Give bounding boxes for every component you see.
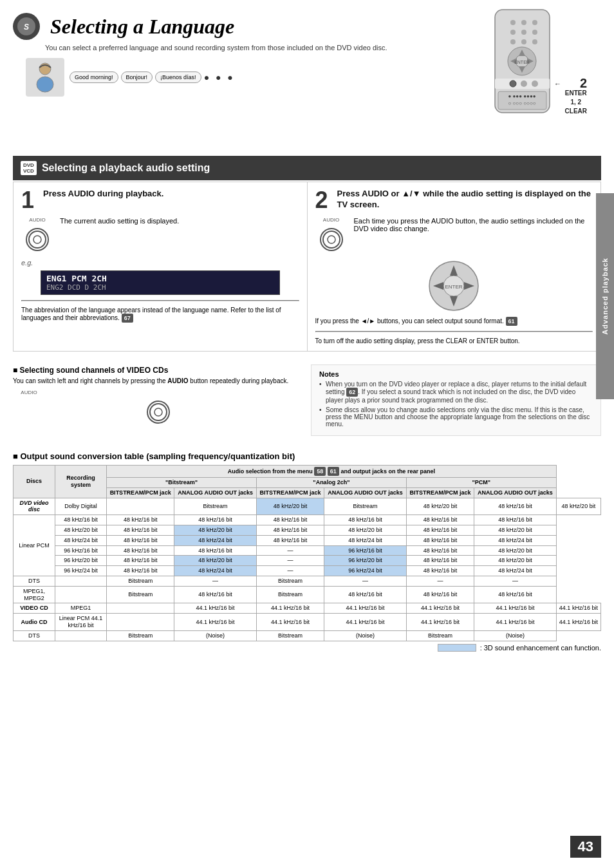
data-cell: — [256,566,324,576]
group-cell: DVD video disc [14,498,55,515]
type-cell: Dolby Digital [55,498,107,515]
svg-point-31 [33,236,41,243]
group-cell: Audio CD [14,614,55,631]
type-cell: MPEG1 [55,603,107,614]
sidebar: Advanced playback [596,193,614,399]
type-cell: Linear PCM [14,515,55,576]
data-cell: — [474,576,557,586]
data-cell: 48 kHz/16 bit [406,515,474,525]
svg-point-9 [532,20,537,25]
data-cell: 48 kHz/16 bit [174,545,257,556]
data-cell: 48 kHz/16 bit [107,535,174,545]
data-cell: Bitstream [107,630,174,641]
step1-ref: 67 [122,314,133,323]
data-cell: 44.1 kHz/16 bit [556,614,600,631]
note-1: When you turn on the DVD video player or… [319,381,593,404]
data-cell: 44.1 kHz/16 bit [474,603,557,614]
data-cell: 48 kHz/20 bit [474,525,557,535]
data-cell: 44.1 kHz/16 bit [256,614,324,631]
step2-title: Press AUDIO or ▲/▼ while the audio setti… [337,189,593,211]
data-cell: 48 kHz/20 bit [174,556,257,566]
table-row: Audio CDLinear PCM 44.1 kHz/16 bit44.1 k… [14,614,601,631]
table-row: MPEG1, MPEG2Bitstream48 kHz/16 bitBitstr… [14,586,601,603]
svg-point-8 [521,20,526,25]
data-cell: Bitstream [324,498,407,515]
data-cell: 44.1 kHz/16 bit [474,614,557,631]
svg-point-41 [150,404,167,420]
header-menu: Audio selection from the menu 58 61 and … [107,466,557,478]
page-title: Selecting a Language [50,15,234,39]
data-cell: 48 kHz/16 bit [174,515,257,525]
data-cell: 48 kHz/20 bit [174,525,257,535]
sub-cell: 48 kHz/24 bit [55,535,107,545]
data-cell: — [256,545,324,556]
svg-point-11 [521,30,526,35]
speech-bubbles: Good morning! Bonjour! ¡Buenos días! ● ●… [70,71,235,83]
data-cell: Bitstream [174,498,257,515]
table-row: DTSBitstream(Noise)Bitstream(Noise)Bitst… [14,630,601,641]
svg-point-42 [154,408,162,416]
audio-button-icon-2 [320,228,343,251]
data-cell: (Noise) [324,630,407,641]
table-section: Output sound conversion table (sampling … [13,451,601,652]
sub-col2: ANALOG AUDIO OUT jacks [174,487,257,498]
data-cell: 48 kHz/16 bit [174,586,257,603]
data-cell: 44.1 kHz/16 bit [324,603,407,614]
svg-text:ENTER: ENTER [514,60,530,64]
svg-point-12 [532,30,537,35]
step1-text: The current audio setting is displayed. [60,217,299,225]
remote-illustration: ENTER ● ●●● ●●●● ○ ○○○ ○○○○ 2 ENTER 1, 2 [460,6,601,149]
data-cell: 48 kHz/16 bit [406,525,474,535]
table-section-title: Output sound conversion table (sampling … [13,451,601,461]
data-cell: 48 kHz/20 bit [406,498,474,515]
audio-button-icon-1 [26,228,49,251]
osd-line2: ENG2 DCD D 2CH [46,283,274,292]
section2-title: Selecting a playback audio setting [42,162,210,174]
data-cell: 48 kHz/16 bit [406,556,474,566]
sub-cell: 48 kHz/20 bit [55,525,107,535]
svg-text:S: S [24,23,29,32]
sub-cell [107,603,174,614]
page-icon: S [13,13,40,40]
step2-text: Each time you press the AUDIO button, th… [354,217,593,232]
sub-cell: 48 kHz/16 bit [55,515,107,525]
svg-point-25 [521,80,527,87]
enter-label: ENTER [565,90,587,97]
data-cell: 48 kHz/20 bit [556,498,600,515]
bubble-3: ¡Buenos días! [155,71,201,83]
data-cell: 44.1 kHz/16 bit [556,603,600,614]
data-cell: (Noise) [474,630,557,641]
data-cell: 44.1 kHz/16 bit [256,603,324,614]
vcd-subsection-title: Selecting sound channels of VIDEO CDs [13,366,303,375]
svg-text:● ●●● ●●●●: ● ●●● ●●●● [508,93,535,99]
sub-col6: ANALOG AUDIO OUT jacks [474,487,557,498]
data-cell: Bitstream [256,576,324,586]
step-1: 1 Press AUDIO during playback. AUDIO [14,182,308,351]
data-cell: Bitstream [107,576,174,586]
sub-col3: BITSTREAM/PCM jack [256,487,324,498]
data-cell: 48 kHz/20 bit [474,556,557,566]
step1-audio-label: AUDIO [21,217,53,223]
data-cell: — [406,576,474,586]
data-cell: — [174,576,257,586]
data-cell: 48 kHz/16 bit [256,515,324,525]
data-cell: 44.1 kHz/16 bit [174,614,257,631]
sub-col5: BITSTREAM/PCM jack [406,487,474,498]
data-cell: 48 kHz/16 bit [406,545,474,556]
data-cell: 48 kHz/24 bit [174,566,257,576]
data-cell: Bitstream [256,586,324,603]
step1-title: Press AUDIO during playback. [43,189,163,200]
sub-cell [55,586,107,603]
data-cell: 48 kHz/16 bit [107,525,174,535]
data-cell: 48 kHz/24 bit [474,566,557,576]
eg-label: e.g. [21,259,299,267]
data-cell: 96 kHz/24 bit [324,566,407,576]
data-cell: 48 kHz/16 bit [107,566,174,576]
sub-col4: ANALOG AUDIO OUT jacks [324,487,407,498]
sub-cell [107,498,174,515]
step2-ref: 61 [506,317,517,326]
svg-text:○ ○○○ ○○○○: ○ ○○○ ○○○○ [508,100,535,106]
osd-line1: ENG1 PCM 2CH [46,274,274,283]
data-cell: — [324,576,407,586]
data-cell: 96 kHz/16 bit [324,545,407,556]
